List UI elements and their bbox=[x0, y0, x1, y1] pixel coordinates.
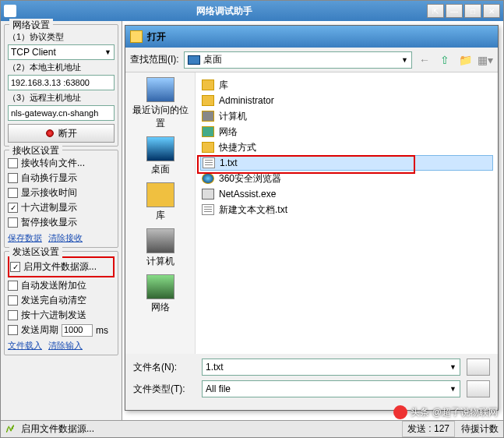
open-file-dialog: 打开 查找范围(I): 桌面 ▼ ← ⇧ 📁 ▦▾ 最近访问的位置桌面库计算机网… bbox=[125, 25, 499, 411]
desk-icon bbox=[146, 136, 174, 161]
status-indicator-icon: 🗲 bbox=[5, 424, 15, 435]
protocol-value: TCP Client bbox=[11, 47, 56, 58]
up-icon[interactable]: ⇧ bbox=[437, 52, 453, 68]
option-label: 显示接收时间 bbox=[21, 186, 77, 200]
file-item[interactable]: 计算机 bbox=[200, 108, 493, 124]
file-load-link[interactable]: 文件载入 bbox=[8, 340, 42, 351]
send-option[interactable]: 发送完自动清空 bbox=[8, 294, 115, 307]
minimize-button[interactable]: — bbox=[446, 4, 463, 18]
option-label: 按十六进制发送 bbox=[21, 309, 86, 322]
lookin-value: 桌面 bbox=[203, 53, 222, 66]
place-net[interactable]: 网络 bbox=[129, 274, 192, 314]
folder-icon bbox=[202, 142, 214, 153]
option-label: 接收转向文件... bbox=[21, 157, 85, 170]
disconnect-button[interactable]: 断开 bbox=[8, 124, 115, 143]
option-label: 十六进制显示 bbox=[21, 201, 77, 214]
dialog-titlebar: 打开 bbox=[125, 26, 498, 48]
recv-option[interactable]: 自动换行显示 bbox=[8, 171, 115, 185]
clear-input-link[interactable]: 清除输入 bbox=[48, 340, 83, 351]
checkbox[interactable] bbox=[8, 188, 18, 198]
lookin-label: 查找范围(I): bbox=[130, 53, 179, 66]
option-label: 自动换行显示 bbox=[21, 171, 77, 185]
desktop-icon bbox=[188, 55, 200, 65]
filename-value: 1.txt bbox=[206, 362, 224, 373]
place-label: 网络 bbox=[129, 301, 192, 314]
file-label: NetAssist.exe bbox=[219, 189, 276, 200]
recv-option[interactable]: ✓十六进制显示 bbox=[8, 201, 115, 214]
send-option[interactable]: 自动发送附加位 bbox=[8, 279, 115, 292]
recv-option[interactable]: 显示接收时间 bbox=[8, 186, 115, 200]
pin-button[interactable]: ⇱ bbox=[427, 4, 444, 18]
checkbox[interactable] bbox=[8, 325, 18, 335]
place-desk[interactable]: 桌面 bbox=[129, 136, 192, 176]
checkbox[interactable] bbox=[8, 217, 18, 228]
checkbox[interactable] bbox=[8, 295, 18, 306]
remote-host-input[interactable] bbox=[8, 105, 115, 121]
txt-icon bbox=[202, 204, 214, 215]
send-option[interactable]: 按十六进制发送 bbox=[8, 309, 115, 322]
view-menu-icon[interactable]: ▦▾ bbox=[478, 52, 493, 68]
chevron-down-icon: ▼ bbox=[104, 48, 111, 56]
recv-option[interactable]: 接收转向文件... bbox=[8, 157, 115, 170]
record-icon bbox=[46, 129, 54, 137]
file-label: 360安全浏览器 bbox=[219, 172, 281, 185]
file-item[interactable]: 新建文本文档.txt bbox=[200, 202, 493, 217]
txt-icon bbox=[203, 157, 215, 168]
file-item[interactable]: Administrator bbox=[200, 93, 493, 108]
cancel-button[interactable] bbox=[467, 380, 490, 397]
send-option[interactable]: ✓启用文件数据源... bbox=[10, 260, 112, 274]
folder-icon bbox=[202, 95, 214, 106]
file-item[interactable]: 库 bbox=[200, 77, 493, 93]
place-lib[interactable]: 库 bbox=[129, 182, 192, 222]
file-label: Administrator bbox=[219, 95, 274, 106]
checkbox[interactable] bbox=[8, 310, 18, 320]
protocol-combo[interactable]: TCP Client ▼ bbox=[8, 44, 115, 60]
option-label: 自动发送附加位 bbox=[21, 279, 86, 292]
period-input[interactable]: 1000 bbox=[62, 324, 93, 337]
place-label: 桌面 bbox=[129, 163, 192, 176]
new-folder-icon[interactable]: 📁 bbox=[457, 52, 473, 68]
checkbox[interactable]: ✓ bbox=[8, 203, 18, 213]
recent-icon bbox=[146, 77, 174, 102]
local-host-input[interactable] bbox=[8, 75, 115, 90]
maximize-button[interactable]: □ bbox=[464, 4, 481, 18]
checkbox[interactable]: ✓ bbox=[10, 262, 20, 272]
back-icon[interactable]: ← bbox=[417, 52, 432, 68]
group-title: 接收区设置 bbox=[9, 144, 62, 157]
file-item[interactable]: 360安全浏览器 bbox=[200, 171, 493, 186]
titlebar: 网络调试助手 ⇱ — □ ✕ bbox=[1, 1, 503, 21]
filename-combo[interactable]: 1.txt ▼ bbox=[202, 359, 460, 376]
close-button[interactable]: ✕ bbox=[483, 4, 500, 18]
place-comp[interactable]: 计算机 bbox=[129, 228, 192, 268]
file-item[interactable]: 网络 bbox=[200, 124, 493, 140]
local-host-label: （2）本地主机地址 bbox=[8, 62, 115, 73]
place-recent[interactable]: 最近访问的位置 bbox=[129, 77, 192, 130]
option-label: 启用文件数据源... bbox=[23, 260, 97, 274]
folder-icon bbox=[202, 79, 214, 90]
file-item[interactable]: 1.txt bbox=[200, 155, 493, 171]
checkbox[interactable] bbox=[8, 158, 18, 168]
status-text: 启用文件数据源... bbox=[21, 422, 94, 436]
file-item[interactable]: 快捷方式 bbox=[200, 140, 493, 155]
checkbox[interactable] bbox=[8, 173, 18, 183]
file-item[interactable]: NetAssist.exe bbox=[200, 186, 493, 202]
save-data-link[interactable]: 保存数据 bbox=[8, 232, 42, 244]
send-count: 发送 : 127 bbox=[402, 421, 455, 437]
checkbox[interactable] bbox=[8, 281, 18, 291]
clear-recv-link[interactable]: 清除接收 bbox=[48, 232, 83, 244]
open-button[interactable] bbox=[467, 359, 490, 376]
send-settings-group: 发送区设置 ✓启用文件数据源...自动发送附加位发送完自动清空按十六进制发送发送… bbox=[4, 251, 118, 355]
file-label: 库 bbox=[219, 79, 228, 92]
lookin-combo[interactable]: 桌面 ▼ bbox=[184, 51, 412, 69]
chevron-down-icon: ▼ bbox=[449, 363, 456, 371]
file-list[interactable]: 库Administrator计算机网络快捷方式1.txt360安全浏览器NetA… bbox=[196, 72, 498, 354]
option-label: 发送周期 bbox=[21, 323, 58, 337]
place-label: 计算机 bbox=[129, 255, 192, 268]
place-label: 最近访问的位置 bbox=[129, 104, 192, 130]
send-option[interactable]: 发送周期1000 ms bbox=[8, 323, 115, 337]
filetype-combo[interactable]: All file ▼ bbox=[202, 380, 460, 397]
option-label: 发送完自动清空 bbox=[21, 294, 86, 307]
file-label: 计算机 bbox=[219, 110, 247, 123]
recv-option[interactable]: 暂停接收显示 bbox=[8, 216, 115, 229]
statusbar: 🗲 启用文件数据源... 发送 : 127 待援计数 bbox=[1, 420, 503, 437]
